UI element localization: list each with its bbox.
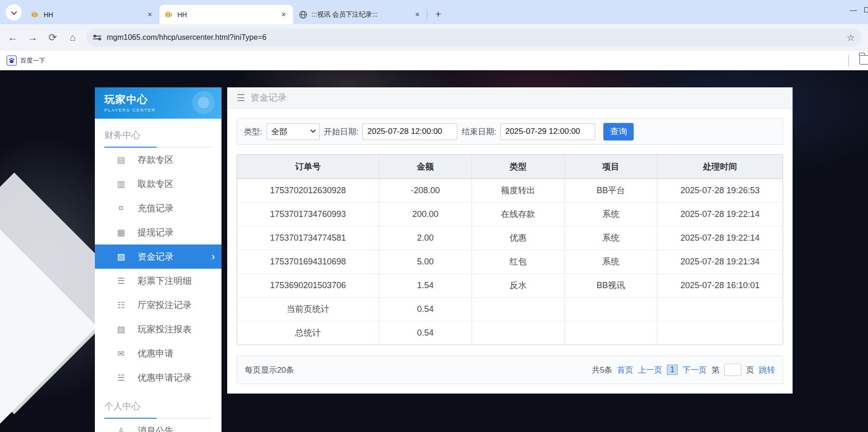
url-text[interactable]: mgm1065.com/hhcp/usercenter.html?iniType… — [107, 33, 841, 42]
table-cell: BB平台 — [564, 178, 657, 202]
column-header: 处理时间 — [657, 155, 783, 178]
table-cell: 2.00 — [379, 226, 472, 250]
tab-separator — [427, 9, 427, 19]
sidebar-item-label: 优惠申请 — [138, 347, 174, 360]
home-icon[interactable]: ⌂ — [66, 32, 79, 43]
browser-tab-2-active[interactable]: HH × — [159, 5, 293, 24]
tab-close-icon[interactable]: × — [413, 10, 422, 19]
next-page-link[interactable]: 下一页 — [683, 365, 707, 376]
hamburger-icon[interactable]: ☰ — [237, 92, 245, 103]
table-cell — [657, 297, 783, 321]
jump-label-pre: 第 — [711, 365, 720, 376]
sidebar-item-recharge-record[interactable]: ¤充值记录 — [95, 196, 222, 220]
table-cell: 200.00 — [379, 202, 472, 226]
table-cell: 在线存款 — [472, 202, 565, 226]
sidebar-item-label: 彩票下注明细 — [138, 275, 192, 287]
sidebar-item-lottery-bet-detail[interactable]: ☰彩票下注明细 — [95, 269, 222, 293]
forward-icon[interactable]: → — [27, 32, 39, 43]
table-cell: 0.54 — [379, 297, 472, 321]
table-header-row: 订单号金额类型项目处理时间 — [237, 155, 783, 178]
browser-tab-strip: HH × HH × :::视讯 会员下注纪录::: × + — — [0, 0, 868, 24]
table-cell: 1753701734760993 — [237, 202, 379, 226]
table-cell: 2025-07-28 19:21:34 — [657, 250, 783, 273]
table-cell: 0.54 — [379, 321, 472, 345]
sidebar-item-player-bet-report[interactable]: ▨玩家投注报表 — [95, 317, 222, 341]
sidebar-item-label: 优惠申请记录 — [138, 372, 192, 384]
tab-close-icon[interactable]: × — [145, 10, 155, 19]
table-cell: 总统计 — [237, 321, 379, 345]
sidebar-item-message-notice[interactable]: ♙消息公告 — [95, 419, 222, 432]
type-label: 类型: — [244, 126, 262, 137]
sidebar-item-withdraw-record[interactable]: ▦提现记录 — [95, 220, 222, 244]
query-button[interactable]: 查询 — [603, 123, 634, 141]
sidebar-item-hall-bet-record[interactable]: ☷厅室投注记录 — [95, 293, 222, 317]
column-header: 项目 — [564, 155, 657, 178]
list-record-icon: ☱ — [116, 373, 126, 383]
table-cell: 2025-07-28 19:26:53 — [657, 178, 783, 202]
jump-link[interactable]: 跳转 — [759, 365, 775, 376]
table-row: 1753702012630928-208.00额度转出BB平台2025-07-2… — [237, 178, 783, 202]
table-cell: 2025-07-28 19:22:14 — [657, 202, 783, 226]
bookmarks-bar: 百度一下 — [0, 51, 868, 70]
table-row: 总统计0.54 — [237, 321, 783, 345]
browser-tab-1[interactable]: HH × — [26, 5, 159, 24]
bookmark-star-icon[interactable]: ☆ — [847, 32, 855, 43]
sidebar-header: 玩家中心 PLAYERS CENTER — [95, 87, 222, 119]
table-cell — [657, 321, 783, 345]
page-title: 资金记录 — [250, 92, 286, 104]
tab-close-icon[interactable]: × — [279, 10, 288, 19]
browser-tab-3[interactable]: :::视讯 会员下注纪录::: × — [293, 5, 427, 24]
table-cell: 1753701734774581 — [237, 226, 379, 250]
sidebar-item-label: 资金记录 — [138, 251, 174, 263]
sidebar-item-label: 存款专区 — [138, 154, 174, 166]
new-tab-button[interactable]: + — [431, 7, 445, 21]
chevron-down-icon — [310, 128, 315, 133]
main-content-panel: ☰ 资金记录 类型: 全部 开始日期: 结束日期: 查询 — [227, 87, 793, 394]
reload-icon[interactable]: ⟳ — [46, 32, 59, 43]
tab-label: HH — [177, 11, 275, 19]
wallet-icon: ▦ — [116, 227, 126, 238]
cash-icon: ▧ — [116, 252, 126, 262]
address-bar[interactable]: mgm1065.com/hhcp/usercenter.html?iniType… — [86, 28, 861, 47]
site-settings-icon[interactable] — [93, 36, 102, 39]
table-row: 17537016943106985.00红包系统2025-07-28 19:21… — [237, 250, 783, 273]
table-cell: 1753701694310698 — [237, 250, 379, 273]
type-select-value: 全部 — [271, 126, 287, 137]
other-bookmarks-folder-icon[interactable] — [859, 55, 868, 65]
sidebar-item-label: 充值记录 — [138, 202, 174, 215]
table-row: 当前页统计0.54 — [237, 297, 783, 321]
back-icon[interactable]: ← — [7, 32, 19, 43]
end-date-label: 结束日期: — [462, 126, 496, 137]
list-boxes-icon: ☷ — [116, 300, 126, 310]
page-jump-input[interactable] — [724, 364, 741, 376]
column-header: 类型 — [472, 155, 565, 178]
sidebar-item-withdraw-zone[interactable]: ▥取款专区 — [95, 172, 222, 196]
start-date-input[interactable] — [362, 123, 457, 140]
per-page-text: 每页显示20条 — [245, 365, 294, 376]
sidebar-item-label: 玩家投注报表 — [138, 323, 192, 336]
table-cell: 系统 — [564, 250, 657, 273]
tab-search-button[interactable] — [6, 4, 22, 20]
end-date-input[interactable] — [500, 123, 595, 140]
gold-wave-favicon-icon — [165, 10, 173, 19]
funds-table-body: 1753702012630928-208.00额度转出BB平台2025-07-2… — [237, 178, 783, 345]
first-page-link[interactable]: 首页 — [617, 365, 633, 376]
window-controls: — — [842, 0, 868, 19]
type-select[interactable]: 全部 — [267, 123, 320, 140]
window-maximize-button[interactable] — [864, 7, 868, 12]
table-row: 1753701734760993200.00在线存款系统2025-07-28 1… — [237, 202, 783, 226]
table-cell — [472, 297, 565, 321]
coupon-icon: ✉ — [116, 348, 126, 359]
bookmark-item[interactable]: 百度一下 — [20, 56, 45, 65]
sidebar-menu: 财务中心▤存款专区▥取款专区¤充值记录▦提现记录▧资金记录›☰彩票下注明细☷厅室… — [95, 129, 222, 432]
sidebar-item-promo-apply[interactable]: ✉优惠申请 — [95, 341, 222, 366]
sidebar-item-deposit-zone[interactable]: ▤存款专区 — [95, 148, 222, 172]
prev-page-link[interactable]: 上一页 — [638, 365, 662, 376]
filter-bar: 类型: 全部 开始日期: 结束日期: 查询 — [237, 118, 783, 145]
funds-table: 订单号金额类型项目处理时间 1753702012630928-208.00额度转… — [237, 154, 783, 345]
sidebar-item-promo-apply-record[interactable]: ☱优惠申请记录 — [95, 366, 222, 390]
table-cell — [564, 297, 657, 321]
window-minimize-button[interactable]: — — [842, 6, 864, 14]
current-page-badge[interactable]: 1 — [667, 365, 678, 375]
sidebar-item-funds-record[interactable]: ▧资金记录› — [95, 244, 222, 269]
